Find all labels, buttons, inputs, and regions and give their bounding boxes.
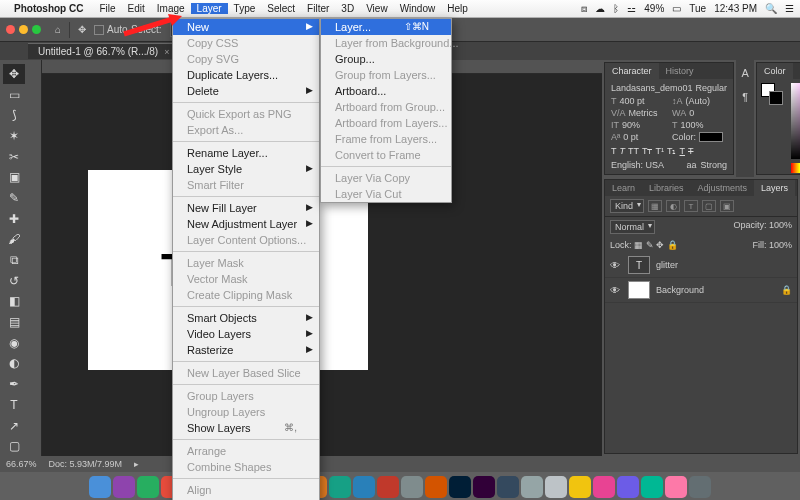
leading-value[interactable]: (Auto) bbox=[686, 96, 711, 106]
type-tool[interactable]: T bbox=[3, 395, 25, 415]
baseline-value[interactable]: 0 pt bbox=[623, 132, 638, 142]
text-color-swatch[interactable] bbox=[699, 132, 723, 142]
menu-edit[interactable]: Edit bbox=[122, 3, 151, 14]
dock-app-12[interactable] bbox=[377, 476, 399, 498]
font-style-select[interactable]: Regular bbox=[696, 83, 728, 93]
zoom-value[interactable]: 66.67% bbox=[6, 459, 37, 469]
path-tool[interactable]: ↗ bbox=[3, 416, 25, 436]
menu-help[interactable]: Help bbox=[441, 3, 474, 14]
dock-app-2[interactable] bbox=[137, 476, 159, 498]
eyedropper-tool[interactable]: ✎ bbox=[3, 188, 25, 208]
lock-move-icon[interactable]: ✥ bbox=[656, 240, 664, 250]
dock-app-10[interactable] bbox=[329, 476, 351, 498]
lock-all-icon[interactable]: 🔒 bbox=[667, 240, 678, 250]
dock-app-16[interactable] bbox=[473, 476, 495, 498]
filter-shape-icon[interactable]: ▢ bbox=[702, 200, 716, 212]
frame-tool[interactable]: ▣ bbox=[3, 167, 25, 187]
cloud-icon[interactable]: ☁ bbox=[595, 3, 605, 14]
menu-file[interactable]: File bbox=[93, 3, 121, 14]
kerning-value[interactable]: Metrics bbox=[629, 108, 658, 118]
dock-app-1[interactable] bbox=[113, 476, 135, 498]
document-tab[interactable]: Untitled-1 @ 66.7% (R.../8) × bbox=[28, 43, 179, 59]
filter-type-icon[interactable]: T bbox=[684, 200, 698, 212]
menu-item-delete[interactable]: Delete▶ bbox=[173, 83, 319, 99]
menu-item-smart-objects[interactable]: Smart Objects▶ bbox=[173, 310, 319, 326]
menu-item-artboard-[interactable]: Artboard... bbox=[321, 83, 451, 99]
menu-item-video-layers[interactable]: Video Layers▶ bbox=[173, 326, 319, 342]
menu-item-new[interactable]: New▶ bbox=[173, 19, 319, 35]
type-style-strike[interactable]: T bbox=[688, 146, 694, 156]
vscale-value[interactable]: 90% bbox=[622, 120, 640, 130]
move-tool-icon[interactable]: ✥ bbox=[78, 24, 86, 35]
fill-value[interactable]: 100% bbox=[769, 240, 792, 250]
opacity-value[interactable]: 100% bbox=[769, 220, 792, 230]
character-icon[interactable]: A bbox=[736, 64, 754, 82]
dock-app-22[interactable] bbox=[617, 476, 639, 498]
dock-app-11[interactable] bbox=[353, 476, 375, 498]
history-brush-tool[interactable]: ↺ bbox=[3, 271, 25, 291]
type-style-bold[interactable]: T bbox=[611, 146, 617, 156]
bluetooth-icon[interactable]: ᛒ bbox=[613, 3, 619, 14]
type-style-smallcaps[interactable]: Tᴛ bbox=[642, 146, 653, 156]
menu-window[interactable]: Window bbox=[394, 3, 442, 14]
dock-app-20[interactable] bbox=[569, 476, 591, 498]
menu-item-new-fill-layer[interactable]: New Fill Layer▶ bbox=[173, 200, 319, 216]
marquee-tool[interactable]: ▭ bbox=[3, 85, 25, 105]
menu-3d[interactable]: 3D bbox=[335, 3, 360, 14]
layer-row[interactable]: 👁Tglitter bbox=[605, 253, 797, 278]
dock-app-24[interactable] bbox=[665, 476, 687, 498]
spotlight-icon[interactable]: 🔍 bbox=[765, 3, 777, 14]
language-select[interactable]: English: USA bbox=[611, 160, 683, 170]
dock-app-17[interactable] bbox=[497, 476, 519, 498]
dock-app-19[interactable] bbox=[545, 476, 567, 498]
dropbox-icon[interactable]: ⧈ bbox=[581, 3, 587, 15]
paragraph-icon[interactable]: ¶ bbox=[736, 88, 754, 106]
hscale-value[interactable]: 100% bbox=[681, 120, 704, 130]
visibility-icon[interactable]: 👁 bbox=[610, 285, 622, 296]
tab-learn[interactable]: Learn bbox=[605, 180, 642, 196]
filter-adjust-icon[interactable]: ◐ bbox=[666, 200, 680, 212]
type-style-italic[interactable]: T bbox=[620, 146, 626, 156]
menu-item-rasterize[interactable]: Rasterize▶ bbox=[173, 342, 319, 358]
antialias-select[interactable]: Strong bbox=[701, 160, 728, 170]
move-tool[interactable]: ✥ bbox=[3, 64, 25, 84]
tab-adjustments[interactable]: Adjustments bbox=[691, 180, 755, 196]
lasso-tool[interactable]: ⟆ bbox=[3, 105, 25, 125]
tab-history[interactable]: History bbox=[659, 63, 701, 79]
dock-app-0[interactable] bbox=[89, 476, 111, 498]
font-size-value[interactable]: 400 pt bbox=[620, 96, 645, 106]
home-icon[interactable]: ⌂ bbox=[55, 24, 61, 35]
menu-item-show-layers[interactable]: Show Layers⌘, bbox=[173, 420, 319, 436]
stamp-tool[interactable]: ⧉ bbox=[3, 250, 25, 270]
menu-list-icon[interactable]: ☰ bbox=[785, 3, 794, 14]
menu-item-rename-layer-[interactable]: Rename Layer... bbox=[173, 145, 319, 161]
heal-tool[interactable]: ✚ bbox=[3, 209, 25, 229]
menu-view[interactable]: View bbox=[360, 3, 394, 14]
tab-channels[interactable]: Channels bbox=[795, 180, 800, 196]
menu-filter[interactable]: Filter bbox=[301, 3, 335, 14]
fg-bg-swatch[interactable] bbox=[761, 83, 783, 105]
dodge-tool[interactable]: ◐ bbox=[3, 354, 25, 374]
brush-tool[interactable]: 🖌 bbox=[3, 230, 25, 250]
dock-app-14[interactable] bbox=[425, 476, 447, 498]
tab-character[interactable]: Character bbox=[605, 63, 659, 79]
eraser-tool[interactable]: ◧ bbox=[3, 292, 25, 312]
dock-app-15[interactable] bbox=[449, 476, 471, 498]
blur-tool[interactable]: ◉ bbox=[3, 333, 25, 353]
menu-select[interactable]: Select bbox=[261, 3, 301, 14]
layer-row[interactable]: 👁Background🔒 bbox=[605, 278, 797, 303]
wifi-icon[interactable]: ⚍ bbox=[627, 3, 636, 14]
type-style-sub[interactable]: T₁ bbox=[667, 146, 677, 156]
close-tab-icon[interactable]: × bbox=[164, 47, 169, 57]
menu-item-layer-[interactable]: Layer...⇧⌘N bbox=[321, 19, 451, 35]
status-arrow-icon[interactable]: ▸ bbox=[134, 459, 139, 469]
visibility-icon[interactable]: 👁 bbox=[610, 260, 622, 271]
dock-app-21[interactable] bbox=[593, 476, 615, 498]
layer-kind-select[interactable]: Kind bbox=[610, 199, 644, 213]
gradient-tool[interactable]: ▤ bbox=[3, 312, 25, 332]
type-style-underline[interactable]: T bbox=[680, 146, 686, 156]
auto-select-checkbox[interactable] bbox=[94, 25, 104, 35]
font-family-select[interactable]: Landasans_demo01 bbox=[611, 83, 693, 93]
pen-tool[interactable]: ✒ bbox=[3, 374, 25, 394]
blend-mode-select[interactable]: Normal bbox=[610, 220, 655, 234]
